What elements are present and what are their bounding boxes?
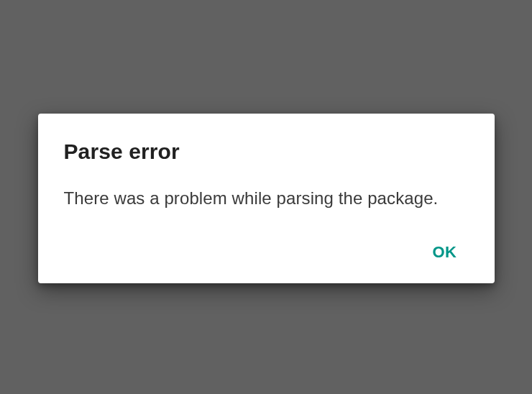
- dialog-message: There was a problem while parsing the pa…: [64, 187, 469, 210]
- dialog-actions: OK: [64, 237, 469, 267]
- error-dialog: Parse error There was a problem while pa…: [38, 114, 495, 283]
- dialog-title: Parse error: [64, 139, 469, 164]
- ok-button[interactable]: OK: [421, 237, 469, 267]
